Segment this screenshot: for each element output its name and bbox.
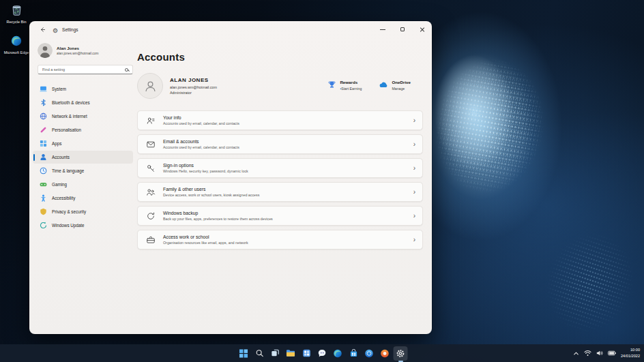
tray-overflow-button[interactable]: [573, 350, 579, 357]
back-button[interactable]: [36, 24, 48, 35]
email-icon: [146, 140, 156, 149]
card-family-other-users[interactable]: Family & other users Device access, work…: [137, 182, 423, 202]
sidebar-item-gaming[interactable]: Gaming: [33, 178, 133, 191]
bluetooth-icon: [40, 99, 47, 106]
chevron-right-icon: [413, 164, 415, 171]
user-avatar: [38, 43, 53, 58]
card-sign-in-options[interactable]: Sign-in options Windows Hello, security …: [137, 158, 423, 178]
screen: Recycle Bin Microsoft Edge Settings: [0, 0, 644, 362]
pinned-app-blue-button[interactable]: [362, 346, 377, 361]
key-icon: [146, 164, 156, 173]
sidebar-item-label: Bluetooth & devices: [52, 100, 90, 105]
sidebar-item-label: System: [52, 87, 66, 91]
onedrive-link[interactable]: OneDrive Manage: [379, 80, 411, 92]
widgets-button[interactable]: [299, 346, 314, 361]
profile-email: alan.jones.wm@hotmail.com: [170, 85, 217, 89]
card-title: Family & other users: [163, 187, 259, 192]
profile-role: Administrator: [170, 91, 217, 95]
card-access-work-school[interactable]: Access work or school Organisation resou…: [137, 230, 423, 250]
sidebar-user-email: alan.jones.wm@hotmail.com: [57, 52, 98, 55]
store-button[interactable]: [347, 346, 361, 361]
sidebar-item-accessibility[interactable]: Accessibility: [33, 192, 133, 205]
onedrive-title: OneDrive: [392, 80, 411, 85]
card-subtitle: Organisation resources like email, apps,…: [163, 241, 248, 245]
card-windows-backup[interactable]: Windows backup Back up your files, apps,…: [137, 206, 423, 226]
pinned-app-orange-button[interactable]: [378, 346, 392, 361]
tray-time: 10:00: [621, 347, 640, 353]
maximize-button[interactable]: [392, 21, 412, 37]
chevron-right-icon: [413, 235, 415, 243]
taskbar: 10:00 24/01/2022: [0, 344, 644, 362]
sidebar-item-apps[interactable]: Apps: [33, 137, 133, 150]
file-explorer-button[interactable]: [284, 346, 298, 361]
card-your-info[interactable]: Your info Accounts used by email, calend…: [137, 110, 423, 130]
desktop-icon-label: Microsoft Edge: [4, 50, 29, 55]
settings-main: Accounts ALAN JONES alan.jones.wm@hotmai…: [137, 37, 423, 334]
sidebar-item-privacy-security[interactable]: Privacy & security: [33, 205, 133, 218]
your-info-icon: [146, 116, 156, 125]
sidebar-user-name: Alan Jones: [57, 46, 98, 50]
window-title: Settings: [62, 27, 78, 32]
sidebar-user[interactable]: Alan Jones alan.jones.wm@hotmail.com: [38, 40, 133, 65]
card-title: Sign-in options: [163, 163, 248, 168]
window-controls: [372, 21, 432, 37]
rewards-title: Rewards: [340, 80, 362, 85]
system-tray: 10:00 24/01/2022: [573, 344, 640, 362]
chat-button[interactable]: [315, 346, 330, 361]
sidebar-nav: System Bluetooth & devices Network & int…: [33, 82, 133, 232]
sidebar-item-label: Apps: [52, 141, 61, 146]
sidebar-item-label: Network & internet: [52, 114, 87, 119]
sidebar-item-windows-update[interactable]: Windows Update: [33, 219, 133, 232]
card-subtitle: Windows Hello, security key, password, d…: [163, 169, 248, 173]
window-titlebar[interactable]: Settings: [29, 21, 432, 37]
chevron-right-icon: [413, 211, 415, 219]
sidebar-item-time-language[interactable]: Time & language: [33, 164, 133, 177]
card-email-accounts[interactable]: Email & accounts Accounts used by email,…: [137, 134, 423, 154]
card-subtitle: Device access, work or school users, kio…: [163, 193, 259, 197]
backup-icon: [146, 211, 156, 221]
close-button[interactable]: [412, 21, 432, 37]
settings-taskbar-button[interactable]: [394, 346, 408, 361]
onedrive-subtitle: Manage: [392, 87, 411, 91]
card-title: Windows backup: [163, 211, 273, 215]
sidebar-item-label: Time & language: [52, 168, 84, 173]
sidebar-item-label: Personalisation: [52, 127, 81, 132]
edge-button[interactable]: [331, 346, 345, 361]
card-title: Email & accounts: [163, 139, 239, 144]
profile-name: ALAN JONES: [170, 77, 217, 83]
task-view-button[interactable]: [268, 346, 282, 361]
clock[interactable]: 10:00 24/01/2022: [621, 347, 640, 359]
profile-avatar: [137, 73, 163, 99]
settings-cards: Your info Accounts used by email, calend…: [137, 110, 423, 250]
system-icon: [40, 85, 47, 93]
search-input[interactable]: [42, 67, 121, 72]
battery-tray-icon[interactable]: [608, 350, 616, 356]
minimize-button[interactable]: [372, 21, 392, 37]
desktop-icon-recycle-bin[interactable]: Recycle Bin: [1, 4, 31, 25]
sidebar-item-personalisation[interactable]: Personalisation: [33, 123, 133, 136]
rewards-subtitle: Start Earning: [340, 87, 362, 91]
edge-icon: [11, 35, 22, 49]
network-tray-icon[interactable]: [584, 350, 591, 357]
volume-tray-icon[interactable]: [596, 350, 603, 357]
card-title: Access work or school: [163, 235, 248, 239]
sidebar-item-bluetooth-devices[interactable]: Bluetooth & devices: [33, 96, 133, 109]
desktop-icon-microsoft-edge[interactable]: Microsoft Edge: [1, 35, 31, 55]
card-subtitle: Accounts used by email, calendar, and co…: [163, 121, 239, 125]
recycle-bin-icon: [11, 4, 23, 18]
taskbar-search-button[interactable]: [252, 346, 267, 361]
maximize-icon: [400, 27, 405, 31]
sidebar-item-accounts[interactable]: Accounts: [33, 151, 133, 164]
profile-section: ALAN JONES alan.jones.wm@hotmail.com Adm…: [137, 73, 423, 99]
settings-gear-icon: [53, 23, 58, 35]
family-icon: [146, 187, 156, 197]
apps-icon: [40, 140, 47, 147]
tray-date: 24/01/2022: [621, 353, 640, 359]
card-subtitle: Accounts used by email, calendar, and co…: [163, 145, 239, 149]
sidebar-item-label: Windows Update: [52, 223, 85, 228]
start-button[interactable]: [237, 346, 251, 361]
sidebar-item-system[interactable]: System: [33, 82, 133, 95]
privacy-security-icon: [40, 208, 47, 215]
rewards-link[interactable]: Rewards Start Earning: [327, 80, 362, 92]
sidebar-item-network-internet[interactable]: Network & internet: [33, 110, 133, 123]
